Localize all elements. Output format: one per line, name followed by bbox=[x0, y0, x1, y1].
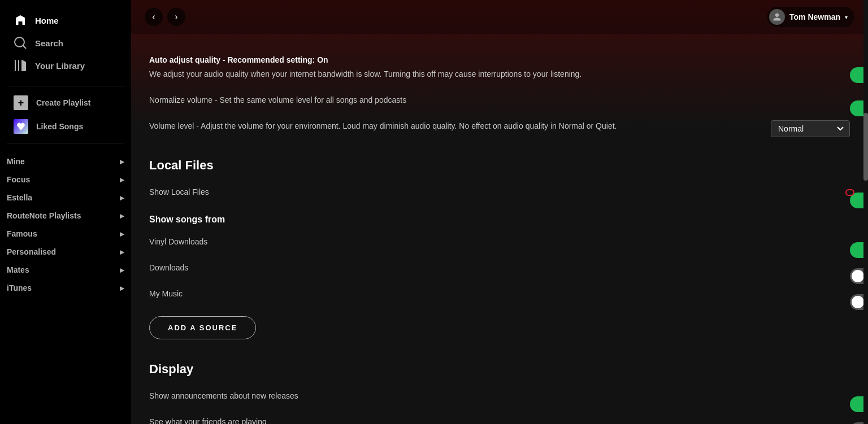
library-list: Mine ▶ Focus ▶ Estella ▶ RouteNote Playl… bbox=[0, 152, 131, 424]
heart-icon bbox=[14, 119, 28, 134]
normalize-label: Normalize volume - Set the same volume l… bbox=[149, 94, 406, 106]
show-local-row: Show Local Files bbox=[149, 180, 850, 206]
avatar bbox=[769, 9, 785, 25]
sidebar-item-search[interactable]: Search bbox=[7, 32, 124, 54]
sidebar: Home Search Your Library + Create Playli… bbox=[0, 0, 131, 424]
main-content: ‹ › Tom Newman ▾ Auto adjust quality - R… bbox=[131, 0, 868, 424]
new-releases-row: Show announcements about new releases bbox=[149, 383, 850, 409]
forward-button[interactable]: › bbox=[167, 8, 185, 26]
dropdown-arrow-icon: ▾ bbox=[845, 14, 848, 20]
friends-playing-row: See what your friends are playing bbox=[149, 409, 850, 424]
scrollbar-thumb[interactable] bbox=[863, 113, 868, 181]
normalize-row: Normalize volume - Set the same volume l… bbox=[149, 88, 850, 113]
sidebar-label-search: Search bbox=[35, 38, 63, 48]
chevron-icon: ▶ bbox=[120, 213, 124, 219]
vinyl-label: Vinyl Downloads bbox=[149, 236, 207, 248]
sidebar-item-home[interactable]: Home bbox=[7, 9, 124, 32]
scrollbar-track bbox=[863, 0, 868, 424]
sidebar-item-library[interactable]: Your Library bbox=[7, 54, 124, 77]
library-item-routenote[interactable]: RouteNote Playlists ▶ bbox=[7, 207, 124, 225]
chevron-icon: ▶ bbox=[120, 285, 124, 291]
back-button[interactable]: ‹ bbox=[145, 8, 163, 26]
chevron-icon: ▶ bbox=[120, 267, 124, 273]
new-releases-label: Show announcements about new releases bbox=[149, 390, 298, 402]
show-songs-header: Show songs from bbox=[149, 215, 850, 225]
local-files-header: Local Files bbox=[149, 158, 850, 173]
chevron-icon: ▶ bbox=[120, 159, 124, 165]
auto-adjust-label: Auto adjust quality - Recommended settin… bbox=[149, 54, 581, 80]
my-music-row: My Music bbox=[149, 281, 850, 307]
volume-level-select[interactable]: Loud Normal Quiet bbox=[771, 120, 850, 137]
auto-adjust-row: Auto adjust quality - Recommended settin… bbox=[149, 47, 850, 88]
show-local-label: Show Local Files bbox=[149, 186, 209, 198]
settings-panel: Auto adjust quality - Recommended settin… bbox=[131, 34, 868, 424]
user-name: Tom Newman bbox=[789, 12, 840, 21]
nav-buttons: ‹ › bbox=[145, 8, 185, 26]
library-item-focus[interactable]: Focus ▶ bbox=[7, 171, 124, 189]
chevron-icon: ▶ bbox=[120, 195, 124, 201]
sidebar-divider bbox=[7, 86, 124, 86]
home-icon bbox=[14, 14, 27, 27]
create-playlist-button[interactable]: + Create Playlist bbox=[7, 91, 124, 115]
topbar: ‹ › Tom Newman ▾ bbox=[131, 0, 868, 34]
downloads-label: Downloads bbox=[149, 262, 188, 274]
friends-playing-label: See what your friends are playing bbox=[149, 416, 267, 424]
display-header: Display bbox=[149, 362, 850, 377]
library-item-famous[interactable]: Famous ▶ bbox=[7, 225, 124, 243]
library-item-itunes[interactable]: iTunes ▶ bbox=[7, 279, 124, 297]
downloads-row: Downloads bbox=[149, 255, 850, 281]
search-icon bbox=[14, 36, 27, 50]
chevron-icon: ▶ bbox=[120, 249, 124, 255]
chevron-icon: ▶ bbox=[120, 231, 124, 237]
library-item-mates[interactable]: Mates ▶ bbox=[7, 261, 124, 279]
create-playlist-label: Create Playlist bbox=[36, 98, 91, 107]
library-item-mine[interactable]: Mine ▶ bbox=[7, 152, 124, 171]
library-item-personalised[interactable]: Personalised ▶ bbox=[7, 243, 124, 261]
liked-songs-button[interactable]: Liked Songs bbox=[7, 115, 124, 138]
volume-level-label: Volume level - Adjust the volume for you… bbox=[149, 120, 617, 132]
my-music-label: My Music bbox=[149, 288, 183, 300]
plus-icon: + bbox=[14, 95, 28, 110]
library-icon bbox=[14, 59, 27, 72]
chevron-icon: ▶ bbox=[120, 177, 124, 183]
vinyl-row: Vinyl Downloads bbox=[149, 229, 850, 255]
user-menu[interactable]: Tom Newman ▾ bbox=[767, 7, 854, 27]
add-source-button[interactable]: ADD A SOURCE bbox=[149, 316, 256, 339]
liked-songs-label: Liked Songs bbox=[36, 122, 83, 131]
volume-level-row: Volume level - Adjust the volume for you… bbox=[149, 113, 850, 145]
library-item-estella[interactable]: Estella ▶ bbox=[7, 189, 124, 207]
sidebar-divider-2 bbox=[7, 143, 124, 143]
sidebar-label-library: Your Library bbox=[35, 61, 85, 71]
sidebar-label-home: Home bbox=[35, 16, 59, 25]
